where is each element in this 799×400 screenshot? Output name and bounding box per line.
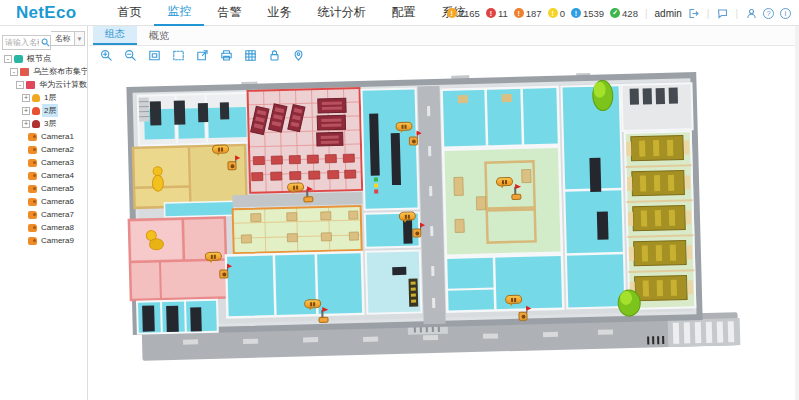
expander-icon[interactable]: + <box>22 94 30 102</box>
camera-marker[interactable] <box>518 312 527 321</box>
camera-icon <box>28 237 37 245</box>
tree-node-camera-5[interactable]: Camera5 <box>0 182 87 195</box>
camera-badge[interactable] <box>399 212 416 221</box>
room-orange-zone[interactable] <box>233 206 362 253</box>
nav-item-monitoring[interactable]: 监控 <box>154 0 204 26</box>
tree-node-camera-2[interactable]: Camera2 <box>0 143 87 156</box>
tree-node-camera-4[interactable]: Camera4 <box>0 169 87 182</box>
floor1-icon <box>32 94 40 102</box>
expander-icon[interactable]: - <box>10 68 18 76</box>
nav-item-business[interactable]: 业务 <box>254 0 304 25</box>
tree-node-camera-1[interactable]: Camera1 <box>0 130 87 143</box>
room-far-wing[interactable] <box>562 85 626 308</box>
total-alarms-count: 2165 <box>459 8 480 19</box>
room-right-bottom[interactable] <box>446 255 563 312</box>
tree-node-floor-2[interactable]: +2层 <box>0 104 87 117</box>
camera-badge[interactable] <box>287 182 304 191</box>
user-name: admin <box>655 8 682 19</box>
camera-badge[interactable] <box>304 299 321 308</box>
camera-marker[interactable] <box>409 136 418 145</box>
mini-rack <box>409 278 419 306</box>
expander-icon[interactable]: + <box>22 120 30 128</box>
view-tabs: 组态概览 <box>89 26 795 46</box>
room-cyan-strip[interactable] <box>164 201 234 217</box>
user-icon[interactable] <box>745 7 757 19</box>
camera-marker[interactable] <box>412 228 421 237</box>
total-alarms-icon: ! <box>447 8 457 18</box>
tree-node-camera-6[interactable]: Camera6 <box>0 195 87 208</box>
room-bottomleft-racks[interactable] <box>137 300 218 334</box>
room-red-alarm-zone[interactable] <box>248 88 363 193</box>
camera-marker[interactable] <box>321 310 323 320</box>
tab-scada-view[interactable]: 组态 <box>93 24 137 45</box>
select-area-icon[interactable] <box>171 48 185 62</box>
tree-node-floor-1[interactable]: +1层 <box>0 91 87 104</box>
divider: | <box>734 8 739 19</box>
camera-marker[interactable] <box>306 189 308 199</box>
tree-node-camera-8[interactable]: Camera8 <box>0 221 87 234</box>
camera-badge[interactable] <box>496 177 513 186</box>
room-right-top[interactable] <box>442 87 559 148</box>
camera-badge[interactable] <box>205 252 222 261</box>
site-icon <box>20 68 29 76</box>
room-mid-racks[interactable] <box>362 88 422 313</box>
major-alarms-badge[interactable]: !187 <box>514 8 542 19</box>
minor-alarms-count: 0 <box>560 8 565 19</box>
nav-item-alarm[interactable]: 告警 <box>204 0 254 25</box>
tree-node-floor-3[interactable]: +3层 <box>0 117 87 130</box>
camera-badge[interactable] <box>212 144 229 153</box>
info-icon[interactable]: i <box>780 8 791 19</box>
room-yellow-offices[interactable] <box>133 145 247 208</box>
minor-alarms-badge[interactable]: !0 <box>548 8 565 19</box>
tree-node-camera-7[interactable]: Camera7 <box>0 208 87 221</box>
tree-node-root-node[interactable]: -根节点 <box>0 52 87 65</box>
expander-icon[interactable]: + <box>22 107 30 115</box>
room-topleft-utility[interactable] <box>138 93 249 146</box>
tree-node-dc-node[interactable]: -华为云计算数据中心 <box>0 78 87 91</box>
fit-view-icon[interactable] <box>147 48 161 62</box>
tab-overview[interactable]: 概览 <box>137 26 181 45</box>
critical-alarms-badge[interactable]: !11 <box>486 8 508 19</box>
camera-marker[interactable] <box>514 187 516 197</box>
export-icon[interactable] <box>195 48 209 62</box>
grid-icon[interactable] <box>243 48 257 62</box>
expander-icon[interactable]: - <box>16 81 24 89</box>
camera-marker[interactable] <box>219 269 228 278</box>
logout-icon[interactable] <box>688 7 700 19</box>
tree-node-label: Camera8 <box>39 222 76 233</box>
lock-icon[interactable] <box>267 48 281 62</box>
room-right-green[interactable] <box>443 147 562 256</box>
camera-marker[interactable] <box>227 161 236 170</box>
search-filter-select[interactable]: 名称 <box>51 31 75 46</box>
device-tree: -根节点-乌兰察布市集宁区云计算-华为云计算数据中心+1层+2层+3层Camer… <box>0 52 87 247</box>
tree-node-site-node[interactable]: -乌兰察布市集宁区云计算 <box>0 65 87 78</box>
tree-node-camera-3[interactable]: Camera3 <box>0 156 87 169</box>
help-icon[interactable]: ? <box>763 8 774 19</box>
acknowledged-alarms-badge[interactable]: ✓428 <box>610 8 638 19</box>
critical-alarms-count: 11 <box>498 8 508 19</box>
feedback-icon[interactable] <box>716 7 728 19</box>
zoom-in-icon[interactable] <box>99 48 113 62</box>
map-toolbar <box>89 46 795 64</box>
print-icon[interactable] <box>219 48 233 62</box>
tree-node-label: 华为云计算数据中心 <box>37 78 87 91</box>
camera-badge[interactable] <box>505 295 522 304</box>
nav-item-home[interactable]: 首页 <box>104 0 154 25</box>
room-generator-hall[interactable] <box>622 83 698 309</box>
tree-node-camera-9[interactable]: Camera9 <box>0 234 87 247</box>
total-alarms-badge[interactable]: !2165 <box>447 8 480 19</box>
search-icon[interactable] <box>41 33 50 51</box>
locate-icon[interactable] <box>291 48 305 62</box>
expander-icon[interactable]: - <box>4 55 12 63</box>
nav-item-configuration[interactable]: 配置 <box>378 0 428 25</box>
room-cyan-halls[interactable] <box>226 252 364 318</box>
filter-dropdown-arrow[interactable]: ▼ <box>75 31 85 46</box>
camera-badge[interactable] <box>395 122 412 131</box>
tree-node-label: Camera2 <box>39 144 76 155</box>
tree-node-label: Camera4 <box>39 170 76 181</box>
zoom-out-icon[interactable] <box>123 48 137 62</box>
floorplan-3d-view[interactable] <box>121 68 748 374</box>
warning-alarms-badge[interactable]: !1539 <box>571 8 604 19</box>
camera-icon <box>28 211 37 219</box>
nav-item-statistics[interactable]: 统计分析 <box>304 0 378 25</box>
